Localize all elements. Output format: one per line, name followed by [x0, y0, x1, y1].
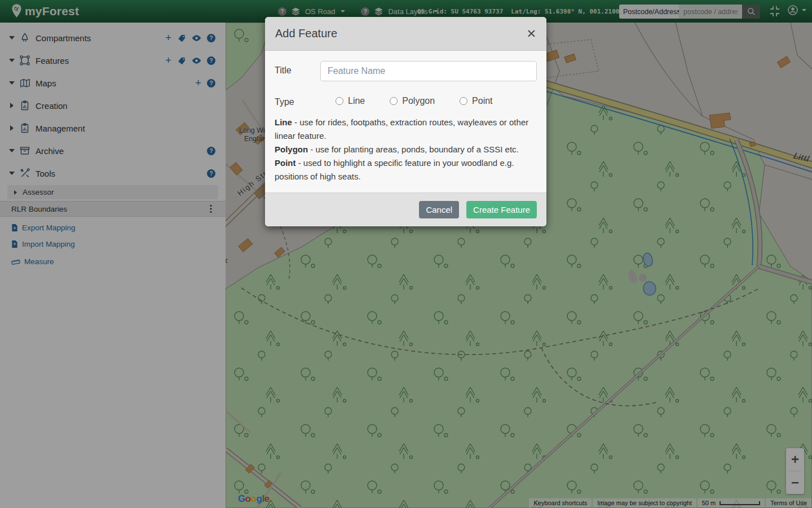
- polygon-radio[interactable]: [390, 97, 398, 105]
- polygon-radio-label[interactable]: Polygon: [402, 96, 435, 106]
- line-radio[interactable]: [336, 97, 343, 105]
- app-window: myForest ? OS Road ? Data Layers OS Grid…: [0, 0, 812, 508]
- point-description: Point - used to highlight a specific fea…: [275, 156, 537, 183]
- radio-point[interactable]: Point: [460, 96, 492, 106]
- dialog-footer: Cancel Create Feature: [265, 192, 546, 226]
- feature-type-radios: Line Polygon Point: [336, 93, 493, 107]
- feature-name-input[interactable]: [320, 61, 537, 81]
- title-field-label: Title: [275, 61, 320, 81]
- radio-line[interactable]: Line: [336, 96, 365, 106]
- type-field-label: Type: [275, 93, 320, 107]
- dialog-title: Add Feature: [275, 27, 337, 40]
- type-descriptions: Line - use for rides, footpaths, extract…: [275, 116, 537, 183]
- close-icon[interactable]: ✕: [526, 28, 536, 40]
- line-radio-label[interactable]: Line: [348, 96, 365, 106]
- add-feature-dialog: Add Feature ✕ Title Type Line Polygon: [265, 17, 546, 226]
- cancel-button[interactable]: Cancel: [419, 201, 459, 218]
- polygon-description: Polygon - use for planting areas, ponds,…: [275, 143, 537, 156]
- dialog-header: Add Feature ✕: [265, 17, 546, 51]
- radio-polygon[interactable]: Polygon: [390, 96, 435, 106]
- create-feature-button[interactable]: Create Feature: [466, 201, 537, 218]
- point-radio[interactable]: [460, 97, 467, 105]
- line-description: Line - use for rides, footpaths, extract…: [275, 116, 537, 143]
- dialog-body: Title Type Line Polygon Point: [265, 51, 546, 192]
- point-radio-label[interactable]: Point: [472, 96, 492, 106]
